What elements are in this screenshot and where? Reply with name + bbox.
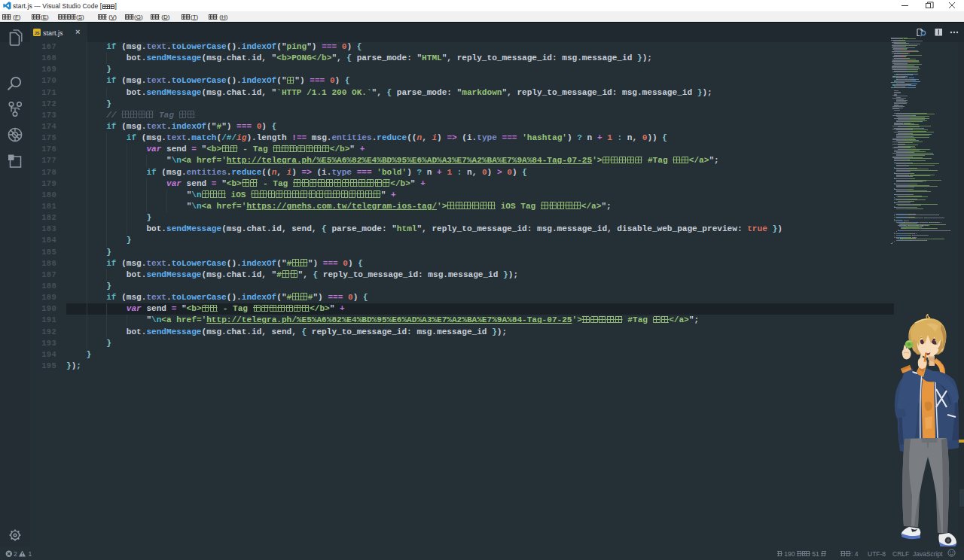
svg-text:1: 1 — [29, 550, 32, 558]
svg-text:2: 2 — [14, 550, 17, 558]
